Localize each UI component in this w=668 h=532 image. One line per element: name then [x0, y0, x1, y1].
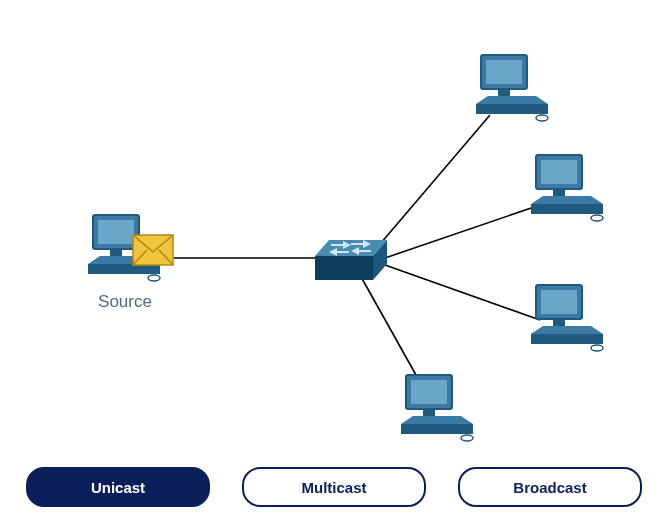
svg-point-4: [148, 275, 160, 281]
svg-rect-20: [553, 320, 565, 326]
dest-pc-1: [470, 50, 550, 134]
pc-icon: [525, 280, 605, 360]
link-switch-pc1: [375, 115, 490, 250]
svg-point-21: [591, 345, 603, 351]
unicast-button[interactable]: Unicast: [26, 467, 210, 507]
pc-icon: [395, 370, 475, 450]
link-switch-pc2: [385, 205, 540, 258]
dest-pc-3: [525, 280, 605, 364]
svg-point-26: [461, 435, 473, 441]
svg-rect-25: [423, 410, 435, 416]
svg-rect-9: [486, 60, 522, 84]
svg-rect-24: [411, 380, 447, 404]
pc-icon: [525, 150, 605, 230]
envelope-icon: [132, 234, 174, 266]
broadcast-button[interactable]: Broadcast: [458, 467, 642, 507]
packet-envelope: [132, 234, 174, 270]
svg-rect-2: [98, 220, 134, 244]
svg-rect-3: [110, 250, 122, 256]
svg-rect-10: [498, 90, 510, 96]
network-switch: [315, 240, 387, 284]
svg-rect-19: [541, 290, 577, 314]
svg-point-11: [536, 115, 548, 121]
svg-rect-6: [315, 256, 373, 280]
svg-rect-15: [553, 190, 565, 196]
link-switch-pc3: [385, 265, 540, 320]
switch-icon: [315, 240, 387, 280]
dest-pc-2: [525, 150, 605, 234]
svg-rect-14: [541, 160, 577, 184]
pc-icon: [470, 50, 550, 130]
dest-pc-4: [395, 370, 475, 454]
multicast-button[interactable]: Multicast: [242, 467, 426, 507]
source-label: Source: [90, 292, 160, 312]
svg-point-16: [591, 215, 603, 221]
button-row: Unicast Multicast Broadcast: [0, 462, 668, 512]
diagram-stage: Source Unicast Multi: [0, 0, 668, 532]
